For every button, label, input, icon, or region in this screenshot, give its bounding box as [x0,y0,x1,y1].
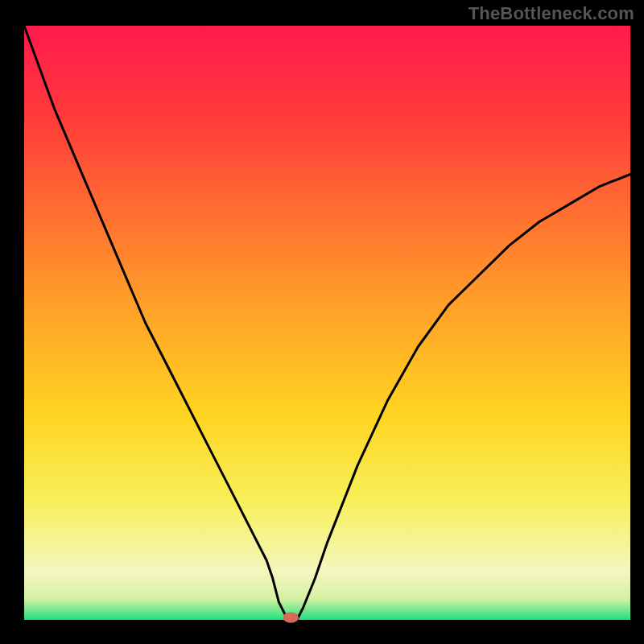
watermark-text: TheBottleneck.com [469,3,634,24]
optimal-marker [283,612,299,622]
plot-background [24,26,630,620]
bottleneck-chart [0,0,644,644]
chart-stage: TheBottleneck.com [0,0,644,644]
